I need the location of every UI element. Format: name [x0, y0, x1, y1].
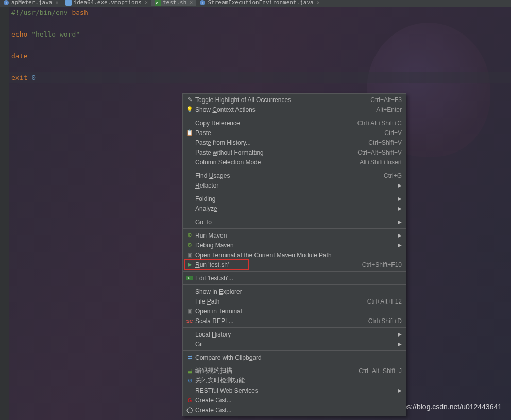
- menu-separator: [183, 350, 406, 351]
- tab-apmeter-java[interactable]: JapMeter.java×: [0, 0, 62, 6]
- menu-shortcut: Ctrl+Alt+F12: [367, 298, 402, 305]
- tab-idea64-exe-vmoptions[interactable]: idea64.exe.vmoptions×: [62, 0, 151, 6]
- menu-label: Paste: [195, 129, 384, 137]
- code-zero: 0: [31, 74, 36, 81]
- menu-item-scala-repl[interactable]: SCScala REPL...Ctrl+Shift+D: [183, 316, 406, 326]
- menu-item-show-context-actions[interactable]: 💡Show Context ActionsAlt+Enter: [183, 105, 406, 114]
- menu-item-edit-test-sh[interactable]: >_Edit 'test.sh'...: [183, 273, 406, 283]
- menu-item-run-test-sh[interactable]: ▶Run 'test.sh'Ctrl+Shift+F10: [183, 260, 406, 270]
- menu-item-paste-without-formatting[interactable]: Paste without FormattingCtrl+Alt+Shift+V: [183, 147, 406, 157]
- svg-text:J: J: [5, 1, 7, 5]
- menu-item-paste-from-history[interactable]: Paste from History...Ctrl+Shift+V: [183, 138, 406, 147]
- menu-item-file-path[interactable]: File PathCtrl+Alt+F12: [183, 296, 406, 306]
- menu-label: Open Terminal at the Current Maven Modul…: [195, 251, 402, 259]
- file-icon: J: [3, 0, 9, 6]
- submenu-arrow-icon: ▶: [398, 219, 402, 225]
- menu-shortcut: Ctrl+V: [384, 129, 402, 137]
- menu-item-create-gist[interactable]: ◯Create Gist...: [183, 405, 406, 415]
- menu-item-show-in-explorer[interactable]: Show in Explorer: [183, 287, 406, 296]
- editor-tabs: JapMeter.java×idea64.exe.vmoptions×>_tes…: [0, 0, 511, 7]
- submenu-arrow-icon: ▶: [398, 182, 402, 188]
- code-shebang-path: /usr/bin/env: [20, 9, 72, 16]
- menu-shortcut: Alt+Enter: [376, 106, 402, 113]
- submenu-arrow-icon: ▶: [398, 242, 402, 248]
- close-icon[interactable]: ×: [190, 0, 193, 5]
- code-string: "hello word": [31, 30, 80, 38]
- menu-item-column-selection-mode[interactable]: Column Selection ModeAlt+Shift+Insert: [183, 157, 406, 167]
- menu-item-local-history[interactable]: Local History▶: [183, 329, 406, 339]
- menu-item-restful-web-services[interactable]: RESTful Web Services▶: [183, 385, 406, 395]
- menu-item-debug-maven[interactable]: ⚙Debug Maven▶: [183, 240, 406, 250]
- menu-item-run-maven[interactable]: ⚙Run Maven▶: [183, 230, 406, 240]
- menu-label: Compare with Clipboard: [195, 354, 402, 361]
- compare-icon: ⇄: [185, 354, 194, 362]
- menu-label: Create Gist...: [195, 397, 402, 404]
- close-icon[interactable]: ×: [317, 0, 320, 5]
- menu-item-compare-with-clipboard[interactable]: ⇄Compare with Clipboard: [183, 352, 406, 362]
- menu-label: Copy Reference: [195, 120, 357, 127]
- menu-item-analyze[interactable]: Analyze▶: [183, 204, 406, 213]
- menu-shortcut: Alt+Shift+Insert: [360, 159, 402, 166]
- menu-item-go-to[interactable]: Go To▶: [183, 217, 406, 227]
- tab-label: apMeter.java: [11, 0, 52, 6]
- svg-text:J: J: [201, 1, 203, 5]
- menu-shortcut: Ctrl+Alt+Shift+C: [357, 120, 402, 127]
- menu-item-paste[interactable]: 📋PasteCtrl+V: [183, 128, 406, 138]
- gear-green-icon: ⚙: [185, 231, 194, 240]
- bulb-icon: 💡: [185, 106, 194, 114]
- menu-item-find-usages[interactable]: Find UsagesCtrl+G: [183, 171, 406, 180]
- code-date: date: [11, 52, 27, 60]
- file-icon: [65, 0, 72, 6]
- terminal-icon: ▣: [185, 251, 194, 259]
- menu-shortcut: Ctrl+Shift+V: [368, 139, 402, 146]
- github-icon: ◯: [185, 406, 194, 414]
- menu-shortcut: Ctrl+Alt+Shift+V: [357, 149, 402, 156]
- menu-icon: [185, 139, 194, 147]
- menu-shortcut: Ctrl+Shift+F10: [362, 261, 402, 268]
- menu-icon: [185, 330, 194, 339]
- menu-item-copy-reference[interactable]: Copy ReferenceCtrl+Alt+Shift+C: [183, 118, 406, 128]
- menu-item-[interactable]: ⊘关闭实时检测功能: [183, 376, 406, 385]
- scala-icon: SC: [185, 317, 194, 325]
- menu-icon: [185, 340, 194, 348]
- menu-item-folding[interactable]: Folding▶: [183, 194, 406, 204]
- close-icon[interactable]: ×: [145, 0, 148, 5]
- paste-icon: 📋: [185, 129, 194, 137]
- menu-label: Paste without Formatting: [195, 149, 357, 156]
- menu-item-open-in-terminal[interactable]: ▣Open in Terminal: [183, 306, 406, 316]
- tab-test-sh[interactable]: >_test.sh×: [151, 0, 196, 6]
- menu-label: Debug Maven: [195, 242, 398, 249]
- menu-item-create-gist[interactable]: GCreate Gist...: [183, 395, 406, 405]
- menu-label: File Path: [195, 298, 367, 305]
- menu-icon: [185, 181, 194, 190]
- menu-item-git[interactable]: Git▶: [183, 339, 406, 349]
- menu-shortcut: Ctrl+Alt+Shift+J: [359, 367, 402, 375]
- pencil-icon: ✎: [185, 96, 194, 104]
- menu-label: Scala REPL...: [195, 317, 368, 325]
- submenu-arrow-icon: ▶: [398, 331, 402, 337]
- menu-label: Git: [195, 341, 398, 348]
- menu-item-toggle-highlight-of-all-occurrences[interactable]: ✎Toggle Highlight of All OccurrencesCtrl…: [183, 95, 406, 105]
- code-echo: echo: [11, 30, 31, 38]
- menu-separator: [183, 116, 406, 116]
- menu-separator: [183, 169, 406, 169]
- menu-shortcut: Ctrl+Alt+F3: [370, 96, 402, 104]
- context-menu: ✎Toggle Highlight of All OccurrencesCtrl…: [182, 93, 406, 416]
- menu-item-[interactable]: ⬓编码规约扫描Ctrl+Alt+Shift+J: [183, 366, 406, 376]
- menu-icon: [185, 387, 194, 395]
- menu-item-open-terminal-at-the-current-maven-module-path[interactable]: ▣Open Terminal at the Current Maven Modu…: [183, 250, 406, 260]
- menu-label: Run 'test.sh': [195, 261, 362, 268]
- menu-item-refactor[interactable]: Refactor▶: [183, 180, 406, 190]
- submenu-arrow-icon: ▶: [398, 206, 402, 211]
- menu-icon: [185, 148, 194, 157]
- code-shebang-sh: bash: [72, 9, 88, 16]
- menu-icon: [185, 288, 194, 296]
- block-icon: ⊘: [185, 377, 194, 385]
- close-icon[interactable]: ×: [55, 0, 58, 5]
- tab-label: StreamExecutionEnvironment.java: [208, 0, 313, 6]
- menu-label: Folding: [195, 195, 398, 203]
- menu-icon: [185, 172, 194, 180]
- tab-streamexecutionenvironment-java[interactable]: JStreamExecutionEnvironment.java×: [196, 0, 323, 6]
- menu-label: Open in Terminal: [195, 308, 402, 315]
- menu-separator: [183, 327, 406, 328]
